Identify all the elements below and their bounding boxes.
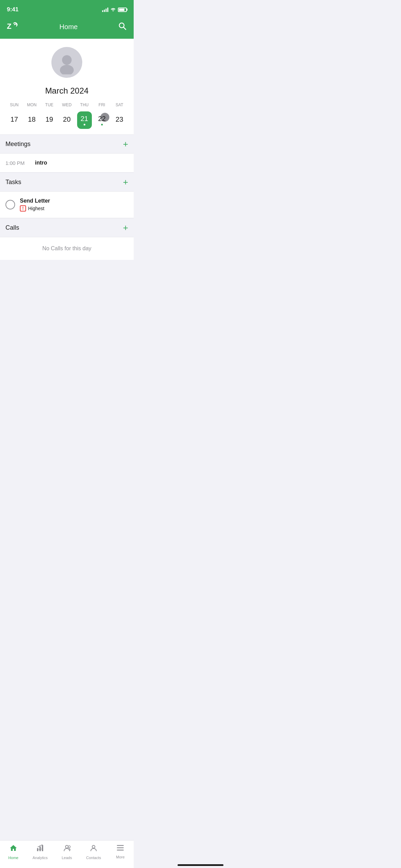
calendar-row: 17 18 19 20 21 22 23 xyxy=(5,111,128,129)
battery-icon xyxy=(118,8,127,12)
tasks-title: Tasks xyxy=(5,179,21,186)
task-name: Send Letter xyxy=(20,198,50,204)
cal-day-mon: MON xyxy=(23,101,40,109)
bottom-spacer xyxy=(0,260,134,329)
svg-line-2 xyxy=(123,27,126,29)
wifi-icon xyxy=(110,7,116,12)
cal-date-19[interactable]: 19 xyxy=(40,112,58,129)
calls-section-header: Calls + xyxy=(0,218,134,237)
meetings-title: Meetings xyxy=(5,141,31,148)
cal-day-tue: TUE xyxy=(40,101,58,109)
calls-add-button[interactable]: + xyxy=(123,223,128,232)
cal-day-sun: SUN xyxy=(5,101,23,109)
calls-empty-message: No Calls for this day xyxy=(0,237,134,260)
cal-day-fri: FRI xyxy=(93,101,111,109)
priority-label: Highest xyxy=(28,206,44,211)
avatar[interactable] xyxy=(51,47,82,78)
cal-date-17[interactable]: 17 xyxy=(5,112,23,129)
svg-point-4 xyxy=(60,65,74,74)
status-icons xyxy=(102,7,127,12)
cal-day-thu: THU xyxy=(76,101,93,109)
calendar-header: SUN MON TUE WED THU FRI SAT xyxy=(5,101,128,109)
month-title: March 2024 xyxy=(0,83,134,101)
status-bar: 9:41 xyxy=(0,0,134,17)
tasks-section-header: Tasks + xyxy=(0,172,134,192)
svg-text:Z: Z xyxy=(7,22,11,31)
cal-date-18[interactable]: 18 xyxy=(23,112,40,129)
avatar-section xyxy=(0,39,134,83)
search-icon[interactable] xyxy=(118,22,127,33)
cal-date-23[interactable]: 23 xyxy=(111,112,128,129)
cal-date-20[interactable]: 20 xyxy=(58,112,75,129)
svg-point-3 xyxy=(62,55,72,65)
meeting-time: 1:00 PM xyxy=(5,160,29,166)
calendar: SUN MON TUE WED THU FRI SAT 17 18 19 20 … xyxy=(0,101,134,134)
signal-bars-icon xyxy=(102,8,108,12)
cal-day-wed: WED xyxy=(58,101,75,109)
meeting-name: intro xyxy=(35,160,47,166)
meetings-add-button[interactable]: + xyxy=(123,140,128,148)
cal-date-22[interactable]: 22 xyxy=(93,111,111,129)
tasks-add-button[interactable]: + xyxy=(123,178,128,186)
calls-title: Calls xyxy=(5,224,19,231)
meeting-item[interactable]: 1:00 PM intro xyxy=(0,154,134,172)
task-priority: ! Highest xyxy=(20,205,50,212)
cal-date-21-today[interactable]: 21 xyxy=(77,111,92,129)
app-logo: Z xyxy=(7,21,19,33)
header-title: Home xyxy=(59,23,77,31)
task-details: Send Letter ! Highest xyxy=(20,198,50,212)
priority-icon: ! xyxy=(20,205,26,212)
meetings-section-header: Meetings + xyxy=(0,134,134,154)
task-item[interactable]: Send Letter ! Highest xyxy=(0,192,134,218)
cal-day-sat: SAT xyxy=(111,101,128,109)
app-header: Z Home xyxy=(0,17,134,39)
task-checkbox[interactable] xyxy=(5,200,15,209)
status-time: 9:41 xyxy=(7,6,19,13)
